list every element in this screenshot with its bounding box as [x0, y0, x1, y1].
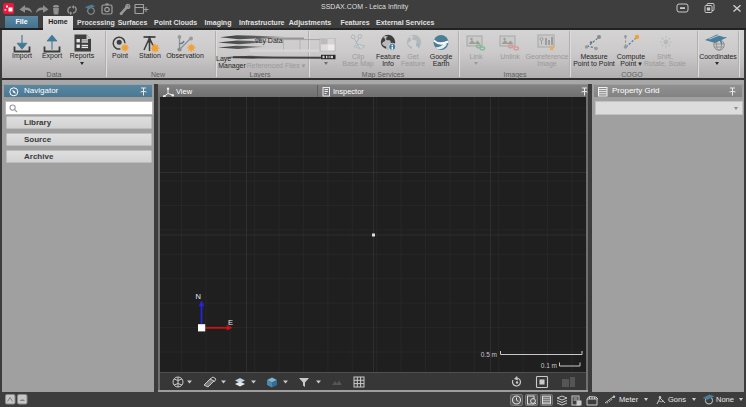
svg-text:0.1 m: 0.1 m	[541, 362, 557, 369]
svg-text:N: N	[196, 292, 201, 301]
svg-text:E: E	[228, 318, 233, 327]
svg-text:0.5 m: 0.5 m	[481, 351, 497, 358]
